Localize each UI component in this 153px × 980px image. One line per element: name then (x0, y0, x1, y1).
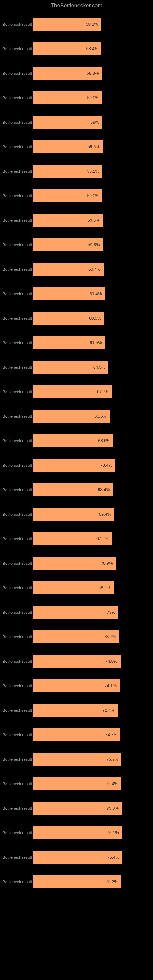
bar-wrapper: Bottleneck result68.9% (2, 581, 150, 594)
chart-row: Bottleneck result75.9% (0, 796, 153, 815)
chart-row: Bottleneck result74.7% (0, 723, 153, 741)
bar-area: 59.6% (33, 140, 150, 153)
chart-row: Bottleneck result74.8% (0, 649, 153, 668)
chart-row: Bottleneck result68.4% (0, 478, 153, 496)
bar-label: Bottleneck result (2, 585, 33, 590)
bar-label: Bottleneck result (2, 733, 33, 737)
bar-upper-label (2, 159, 150, 164)
bar-wrapper: Bottleneck result73% (2, 606, 150, 619)
bar-value: 67.2% (96, 536, 108, 541)
bar-area: 59.6% (33, 214, 150, 227)
chart-rows: Bottleneck result58.2%Bottleneck result5… (0, 12, 153, 888)
bar-fill: 69.4% (33, 508, 114, 520)
bar-value: 72.4% (102, 708, 115, 713)
chart-row: Bottleneck result60.4% (0, 257, 153, 275)
bar-value: 73.7% (104, 634, 116, 639)
chart-row: Bottleneck result64.5% (0, 355, 153, 374)
bar-upper-label (2, 649, 150, 654)
bar-upper-label (2, 380, 150, 384)
bar-value: 64.5% (93, 365, 105, 370)
chart-row: Bottleneck result70.4% (0, 453, 153, 472)
bar-upper-label (2, 233, 150, 237)
bar-upper-label (2, 184, 150, 188)
bar-wrapper: Bottleneck result59.8% (2, 238, 150, 251)
bar-fill: 59.6% (33, 214, 103, 227)
bar-wrapper: Bottleneck result75.3% (2, 875, 150, 888)
bar-upper-label (2, 61, 150, 65)
bar-fill: 75.7% (33, 753, 121, 766)
bar-upper-label (2, 404, 150, 409)
bar-upper-label (2, 12, 150, 16)
chart-row: Bottleneck result58.4% (0, 37, 153, 55)
bar-value: 67.7% (97, 389, 109, 394)
bar-upper-label (2, 723, 150, 727)
bar-label: Bottleneck result (2, 806, 33, 811)
bar-fill: 64.5% (33, 361, 108, 374)
bar-area: 76.4% (33, 851, 150, 864)
chart-row: Bottleneck result58.8% (0, 61, 153, 80)
bar-value: 60.9% (89, 316, 101, 321)
bar-wrapper: Bottleneck result59.2% (2, 91, 150, 104)
bar-wrapper: Bottleneck result70.9% (2, 557, 150, 570)
bar-label: Bottleneck result (2, 169, 33, 173)
bar-area: 70.9% (33, 557, 150, 570)
bar-area: 73.7% (33, 630, 150, 643)
bar-area: 68.6% (33, 434, 150, 447)
bar-fill: 74.1% (33, 679, 120, 692)
bar-fill: 74.8% (33, 655, 121, 668)
bar-label: Bottleneck result (2, 536, 33, 541)
bar-fill: 60.9% (33, 312, 104, 325)
bar-label: Bottleneck result (2, 291, 33, 296)
bar-value: 59.6% (88, 144, 100, 149)
bar-value: 76.1% (107, 830, 119, 835)
chart-row: Bottleneck result59.2% (0, 86, 153, 104)
bar-wrapper: Bottleneck result67.7% (2, 385, 150, 398)
chart-row: Bottleneck result59.8% (0, 233, 153, 251)
bar-fill: 72.4% (33, 704, 118, 717)
bar-upper-label (2, 257, 150, 261)
bar-upper-label (2, 478, 150, 482)
bar-label: Bottleneck result (2, 610, 33, 615)
bar-area: 73% (33, 606, 150, 619)
chart-row: Bottleneck result68.6% (0, 429, 153, 447)
bar-upper-label (2, 845, 150, 850)
bar-fill: 59.6% (33, 140, 103, 153)
chart-row: Bottleneck result75.3% (0, 870, 153, 888)
bar-label: Bottleneck result (2, 120, 33, 125)
bar-label: Bottleneck result (2, 439, 33, 443)
chart-row: Bottleneck result61.5% (0, 331, 153, 349)
bar-area: 76.1% (33, 826, 150, 839)
bar-label: Bottleneck result (2, 390, 33, 394)
chart-row: Bottleneck result59.2% (0, 184, 153, 202)
chart-row: Bottleneck result58.2% (0, 12, 153, 30)
bar-fill: 61.4% (33, 287, 105, 300)
bar-label: Bottleneck result (2, 218, 33, 223)
bar-fill: 68.4% (33, 483, 113, 496)
bar-label: Bottleneck result (2, 243, 33, 247)
bar-fill: 67.7% (33, 385, 112, 398)
bar-value: 59.2% (87, 193, 99, 198)
bar-area: 58.4% (33, 42, 150, 55)
bar-wrapper: Bottleneck result75.4% (2, 777, 150, 790)
chart-row: Bottleneck result75.4% (0, 772, 153, 790)
bar-area: 70.4% (33, 459, 150, 472)
bar-value: 59.2% (87, 169, 99, 173)
chart-row: Bottleneck result67.7% (0, 380, 153, 398)
bar-value: 74.7% (105, 732, 118, 737)
bar-upper-label (2, 527, 150, 531)
chart-row: Bottleneck result65.5% (0, 404, 153, 423)
bar-upper-label (2, 331, 150, 335)
bar-fill: 67.2% (33, 532, 112, 545)
chart-row: Bottleneck result61.4% (0, 282, 153, 300)
bar-label: Bottleneck result (2, 316, 33, 321)
bar-label: Bottleneck result (2, 488, 33, 492)
bar-label: Bottleneck result (2, 267, 33, 272)
bar-wrapper: Bottleneck result76.1% (2, 826, 150, 839)
bar-wrapper: Bottleneck result75.9% (2, 802, 150, 815)
bar-fill: 59.2% (33, 91, 102, 104)
bar-label: Bottleneck result (2, 880, 33, 884)
chart-row: Bottleneck result70.9% (0, 551, 153, 570)
bar-fill: 76.1% (33, 826, 122, 839)
bar-wrapper: Bottleneck result65.5% (2, 410, 150, 423)
bar-fill: 59.8% (33, 238, 103, 251)
